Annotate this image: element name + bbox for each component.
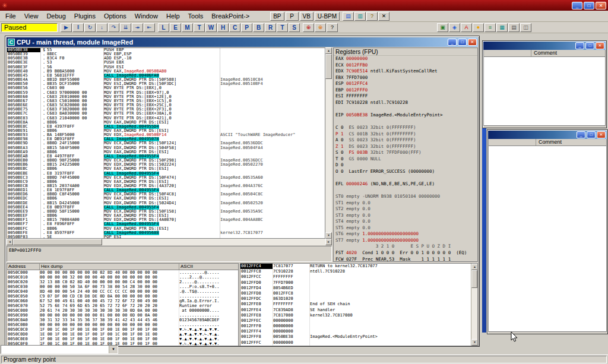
register-line[interactable]: C 0 ES 0023 32bit 0(FFFFFFFF) [334,125,477,131]
register-line[interactable] [334,118,477,125]
dump-row[interactable]: 0050C0C01F 00 1C 00 1F 00 1E 00 1F 00 1E… [7,327,238,332]
disasm-row[interactable]: 0050BEEF.8B06MOV EAX,DWORD PTR DS:[ESI] [7,214,325,218]
disasm-row[interactable]: 0050BE91.8B06MOV EAX,DWORD PTR DS:[ESI] [7,129,325,133]
disasm-row[interactable]: 0050BE38$55PUSH EBP [7,48,325,52]
dump-row[interactable]: 0050C00000 00 00 00 00 00 00 00 02 8D 40… [7,270,238,275]
disasm-row[interactable]: 0050BE83.C683 21040000 00MOV BYTE PTR DS… [7,116,325,121]
window-t-button[interactable]: T [194,23,205,32]
disasm-row[interactable]: 0050BEC3.8B0D 74F45000MOV ECX,DWORD PTR … [7,176,325,180]
cpu-maximize-button[interactable]: □ [458,39,467,46]
cpu-minimize-button[interactable]: _ [448,39,457,46]
disasm-row[interactable]: 0050BE40.B9 B0BA5000MOV EAX,ImageRed.005… [7,69,325,74]
trace-into-button[interactable]: ⇊ [120,23,131,32]
stack-row[interactable]: 0012FFF80050BE38ImageRed.<ModuleEntryPoi… [240,334,471,340]
disasm-row[interactable]: 0050BEFC.8B06MOV EAX,DWORD PTR DS:[ESI] [7,227,325,231]
disasm-row[interactable]: 0050BEF1.8B15 70084A00MOV EDX,DWORD PTR … [7,218,325,222]
menu-plugins[interactable]: Plugins [70,11,100,21]
cpu-window-titlebar[interactable]: C CPU - main thread, module ImageRed _ □… [7,37,478,47]
bp-help-icon[interactable]: ? [366,12,378,21]
step-into-button[interactable]: ↓ [96,23,107,32]
disasm-row[interactable]: 0050BEDC.8B06MOV EAX,DWORD PTR DS:[ESI] [7,197,325,201]
disasm-row[interactable]: 0050BE98.E8 DB91F8FFCALL ImageRed.004950… [7,137,325,141]
register-line[interactable]: P 1 CS 001B 32bit 0(FFFFFFFF) [334,131,477,138]
disasm-row[interactable]: 0050BE8A.8B06MOV EAX,DWORD PTR DS:[ESI] [7,121,325,125]
stack-row[interactable]: 0012FFC47C817077RETURN to kernel32.7C817… [240,264,471,269]
disasm-row[interactable]: 0050BEB6.8B15 24225000MOV EDX,DWORD PTR … [7,163,325,167]
register-line[interactable]: ESI FFFFFFFF [334,93,477,100]
side2-comment-header[interactable]: Comment [536,139,562,145]
side1-close-button[interactable]: ✕ [596,42,604,49]
side1-minimize-button[interactable]: _ [575,42,584,49]
minimize-button[interactable]: _ [572,2,582,10]
stack-row[interactable]: 0012FFFC00000000 [240,340,471,346]
disasm-row[interactable]: 0050BE59.C683 97000000 00MOV BYTE PTR DS… [7,91,325,95]
disasm-row[interactable]: 0050BEFE.E8 8597F8FFCALL ImageRed.004956… [7,231,325,235]
dump-col-address[interactable]: Address [7,264,40,270]
stack-row[interactable]: 0012FFD07FFD7000 [240,280,471,286]
dump-row[interactable]: 0050C0A030 31 32 33 34 35 36 37 38 39 41… [7,318,238,322]
bp-mem-icon[interactable]: ▥ [354,12,366,21]
stack-scroll-thumb[interactable] [471,270,477,288]
disasm-row[interactable]: 0050BE9D.8B0D 24F15000MOV ECX,DWORD PTR … [7,141,325,145]
cpu-close-button[interactable]: ✕ [468,39,477,46]
help-button[interactable]: ? [327,23,338,32]
side1-maximize-button[interactable]: □ [585,42,594,49]
disasm-hscrollbar[interactable]: ◄ ► [7,239,332,245]
dump-col-ascii[interactable]: ASCII [179,264,238,270]
dump-row[interactable]: 0050C07052 75 6E 74 69 6D 65 20 65 72 72… [7,303,238,308]
window-t-button[interactable]: T [277,23,288,32]
disasm-row[interactable]: 0050BEE9.8B0D 58F15000MOV ECX,DWORD PTR … [7,210,325,214]
disasm-row[interactable]: 0050BE56.C603 00MOV BYTE PTR DS:[EBX],0 [7,86,325,90]
menu-help[interactable]: Help [162,11,184,21]
disasm-row[interactable]: 0050BE67.C683 C5010000 00MOV BYTE PTR DS… [7,99,325,103]
disasm-scroll-thumb[interactable] [325,54,332,79]
register-line[interactable]: ST6 empty 1.0000000000000000000 [334,231,477,238]
stack-scrollbar[interactable]: ▲ ▼ [471,264,477,346]
disasm-row[interactable]: 0050BEBE.E8 3197F8FFCALL ImageRed.004955… [7,172,325,176]
window-m-button[interactable]: M [182,23,193,32]
dump-row[interactable]: 0050C03000 00 00 00 50 3A 6F 00 73 38 00… [7,284,238,289]
dump-row[interactable]: 0050C06067 52 00 49 61 00 40 00 45 72 72… [7,299,238,303]
p-button[interactable]: P [286,12,299,21]
disasm-row[interactable]: 0050BEE4.E8 0B97F8FFCALL ImageRed.004955… [7,205,325,210]
stack-row[interactable]: 0012FFCCFFFFFFFF [240,274,471,280]
side-window-1-titlebar[interactable]: _ □ ✕ [483,42,606,50]
register-line[interactable]: FST 4020 Cond 1 0 0 0 Err 0 0 1 0 0 0 0 … [334,250,477,257]
ubpm-button[interactable]: U-BPM [315,12,340,21]
record-icon[interactable]: ● [473,23,484,32]
title-bar[interactable]: ✳ _ □ ✕ [0,0,608,11]
register-line[interactable]: ST0 empty -UNORM B938 01050104 00000000 [334,194,477,200]
menu-file[interactable]: File [1,11,20,21]
tool-green-icon[interactable]: ▣ [437,23,448,32]
dump-row[interactable]: 0050C0D01E 00 1F 00 1E 00 1F 00 1F 00 1C… [7,332,238,337]
register-line[interactable]: ST7 empty 1.0000000000000000000 [334,238,477,244]
stack-row[interactable]: 0012FFF000000000 [240,324,471,329]
disasm-row[interactable]: 0050BECB.8B15 20374A00MOV EDX,DWORD PTR … [7,184,325,188]
register-line[interactable]: S 0 FS 003B 32bit 7FFDF000(FFF) [334,150,477,156]
register-line[interactable]: D 0 [334,162,477,169]
register-line[interactable] [334,106,477,112]
disasm-row[interactable]: 0050BEA9.8B06MOV EAX,DWORD PTR DS:[ESI] [7,150,325,154]
side2-close-button[interactable]: ✕ [597,131,606,138]
scroll-left-icon[interactable]: ◄ [7,239,13,245]
disasm-row[interactable]: 0050BEBC.8B06MOV EAX,DWORD PTR DS:[ESI] [7,167,325,171]
register-line[interactable]: ST5 empty 0.0 [334,225,477,232]
disasm-row[interactable]: 0050BEB0.8B0D 98F25000MOV ECX,DWORD PTR … [7,159,325,163]
window-p-button[interactable]: P [241,23,252,32]
close-button[interactable]: ✕ [596,2,606,10]
register-line[interactable]: Z 1 DS 0023 32bit 0(FFFFFFFF) [334,144,477,150]
window-h-button[interactable]: H [217,23,229,32]
till-return-button[interactable]: ⇤ [144,23,155,32]
stack-row[interactable]: 0012FFDC863D1020 [240,296,471,302]
hscroll-thumb[interactable] [13,239,102,245]
window-c-button[interactable]: C [229,23,240,32]
register-line[interactable]: ST2 empty 0.0 [334,206,477,213]
stack-row[interactable]: 0012FFD48054B6ED [240,286,471,291]
disasm-row[interactable]: 0050BEC9.8B06MOV EAX,DWORD PTR DS:[ESI] [7,180,325,184]
disasm-row[interactable]: 0050BE7C.C683 8A030000 00MOV BYTE PTR DS… [7,112,325,116]
dump-row[interactable]: 0050C0E01F 00 1E 00 1F 00 1F 00 1E 00 1F… [7,337,238,341]
window-b-button[interactable]: B [253,23,264,32]
menu-debug[interactable]: Debug [42,11,69,21]
disasm-row[interactable]: 0050BEA3.8B15 584F5000MOV EDX,DWORD PTR … [7,146,325,150]
disasm-row[interactable]: 0050BE3B.83C4 F0ADD ESP,-10 [7,56,325,61]
